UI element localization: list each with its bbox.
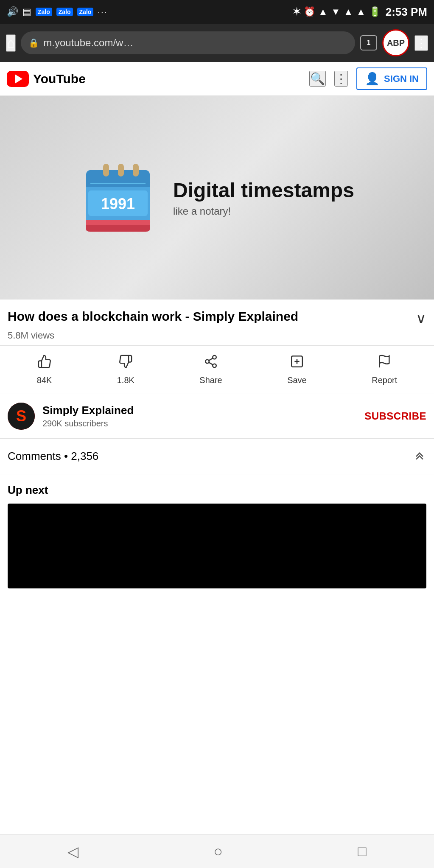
status-icons-right: ✶ ⏰ ▲ ▼ ▲ ▲ 🔋 2:53 PM <box>293 6 427 19</box>
url-bar[interactable]: 🔒 m.youtube.com/w… <box>21 31 355 54</box>
recent-apps-button[interactable]: □ <box>358 843 367 860</box>
status-bar: 🔊 ▤ Zalo Zalo Zalo ··· ✶ ⏰ ▲ ▼ ▲ ▲ 🔋 2:5… <box>0 0 434 24</box>
thumbnail-sub-text: like a notary! <box>173 205 354 217</box>
like-button[interactable]: 84K <box>37 354 52 385</box>
back-button[interactable]: ◁ <box>67 843 78 860</box>
share-icon <box>204 354 218 372</box>
tab-count-button[interactable]: 1 <box>360 35 377 50</box>
save-label: Save <box>287 375 307 385</box>
svg-point-14 <box>205 360 209 364</box>
home-nav-button[interactable]: ○ <box>213 843 223 860</box>
video-title-row: How does a blockchain work - Simply Expl… <box>8 308 426 327</box>
thumbs-down-icon <box>118 354 133 372</box>
video-title: How does a blockchain work - Simply Expl… <box>8 308 412 325</box>
header-more-button[interactable]: ⋮ <box>334 71 348 87</box>
svg-line-16 <box>209 362 213 365</box>
alarm-icon: ⏰ <box>304 6 315 17</box>
status-icons-left: 🔊 ▤ Zalo Zalo Zalo ··· <box>7 6 107 17</box>
browser-bar: ⌂ 🔒 m.youtube.com/w… 1 ABP ⋮ <box>0 24 434 62</box>
dislike-button[interactable]: 1.8K <box>117 354 134 385</box>
comments-dot: • <box>64 450 71 462</box>
channel-avatar-svg: S <box>8 403 35 430</box>
action-bar: 84K 1.8K Share <box>0 346 434 394</box>
youtube-play-icon <box>7 71 29 87</box>
bottom-navigation: ◁ ○ □ <box>0 834 434 868</box>
report-label: Report <box>372 375 397 385</box>
youtube-title: YouTube <box>33 72 86 86</box>
channel-avatar: S <box>8 403 35 430</box>
svg-text:1991: 1991 <box>101 195 135 213</box>
thumbnail-main-text: Digital timestamps <box>173 179 354 202</box>
battery-icon: 🔋 <box>369 6 381 17</box>
play-triangle <box>15 74 22 84</box>
zalo-icon-2: Zalo <box>56 8 73 16</box>
comments-row[interactable]: Comments • 2,356 <box>0 439 434 474</box>
svg-text:S: S <box>16 407 26 425</box>
youtube-header: YouTube 🔍 ⋮ 👤 SIGN IN <box>0 62 434 96</box>
channel-details: Simply Explained 290K subscribers <box>42 404 357 428</box>
svg-rect-5 <box>133 164 139 176</box>
save-button[interactable]: Save <box>287 354 307 385</box>
like-count: 84K <box>37 375 52 385</box>
search-button[interactable]: 🔍 <box>309 71 326 87</box>
home-button[interactable]: ⌂ <box>6 34 16 52</box>
channel-name: Simply Explained <box>42 404 357 417</box>
youtube-logo: YouTube <box>7 71 304 87</box>
share-button[interactable]: Share <box>199 354 222 385</box>
cell-signal-icon-2: ▲ <box>356 6 366 17</box>
channel-subscribers: 290K subscribers <box>42 419 357 428</box>
message-icon: ▤ <box>22 6 31 17</box>
wifi-icon: ▼ <box>331 6 340 17</box>
thumbs-up-icon <box>37 354 52 372</box>
thumbnail-text: Digital timestamps like a notary! <box>173 179 354 217</box>
subscribe-button[interactable]: SUBSCRIBE <box>364 410 426 422</box>
url-text: m.youtube.com/w… <box>43 37 133 49</box>
up-next-label: Up next <box>8 484 426 497</box>
channel-info: S Simply Explained 290K subscribers SUBS… <box>0 394 434 439</box>
user-icon: 👤 <box>365 72 380 86</box>
volume-icon: 🔊 <box>7 6 18 17</box>
more-dots-icon: ··· <box>98 7 107 17</box>
comments-label: Comments • 2,356 <box>8 450 98 463</box>
zalo-icon-3: Zalo <box>77 8 94 16</box>
svg-rect-3 <box>103 164 109 176</box>
cell-signal-icon: ▲ <box>344 6 353 17</box>
svg-point-15 <box>213 364 216 368</box>
video-thumbnail[interactable]: 1991 Digital timestamps like a notary! <box>0 96 434 300</box>
svg-rect-2 <box>86 179 150 187</box>
report-icon <box>377 354 392 372</box>
svg-rect-4 <box>118 164 124 176</box>
video-info: How does a blockchain work - Simply Expl… <box>0 300 434 346</box>
lock-icon: 🔒 <box>28 38 39 48</box>
signal-icon: ▲ <box>319 6 328 17</box>
comments-expand-icon[interactable] <box>413 448 426 465</box>
sign-in-button[interactable]: 👤 SIGN IN <box>356 67 427 90</box>
abp-button[interactable]: ABP <box>382 29 409 56</box>
zalo-icon-1: Zalo <box>36 8 52 16</box>
calendar-illustration: 1991 <box>80 157 156 238</box>
browser-more-button[interactable]: ⋮ <box>414 35 428 51</box>
save-icon <box>290 354 304 372</box>
dislike-count: 1.8K <box>117 375 134 385</box>
svg-point-13 <box>213 356 216 359</box>
svg-line-17 <box>209 358 213 361</box>
bluetooth-icon: ✶ <box>293 6 300 17</box>
video-views: 5.8M views <box>8 330 426 341</box>
up-next-thumbnail[interactable] <box>8 504 426 588</box>
sign-in-label: SIGN IN <box>384 73 419 84</box>
share-label: Share <box>199 375 222 385</box>
thumbnail-content: 1991 Digital timestamps like a notary! <box>80 157 354 238</box>
report-button[interactable]: Report <box>372 354 397 385</box>
time-display: 2:53 PM <box>386 6 427 19</box>
up-next-section: Up next <box>0 474 434 594</box>
header-icons: 🔍 ⋮ 👤 SIGN IN <box>309 67 427 90</box>
chevron-down-icon[interactable]: ∨ <box>416 310 426 327</box>
